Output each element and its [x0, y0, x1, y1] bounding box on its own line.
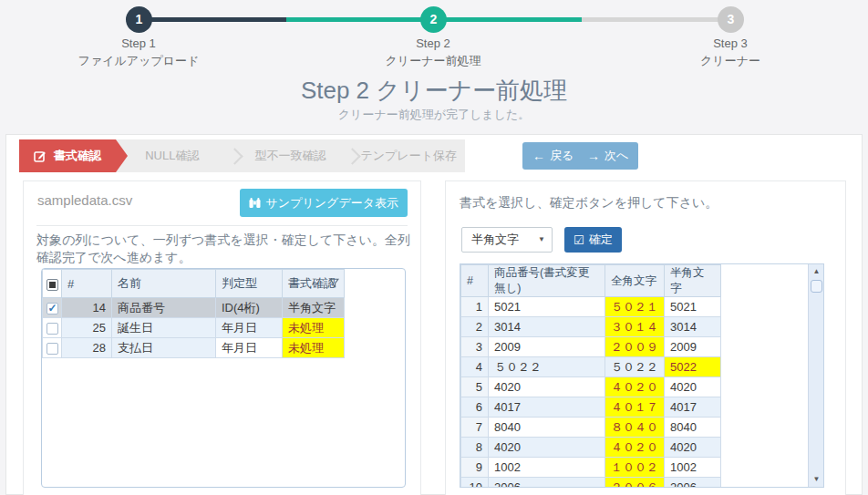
- col-header-original: 商品番号(書式変更無し): [489, 265, 605, 297]
- cell-zenkaku: ５０２２: [605, 357, 665, 377]
- format-select-dropdown[interactable]: 半角文字 ▼: [461, 227, 553, 253]
- column-table-header-row: # 名前 判定型 書式確認: [43, 270, 345, 298]
- table-row[interactable]: 5 4020 ４０２０ 4020: [461, 377, 721, 397]
- check-square-icon: ☑: [574, 233, 584, 247]
- cell-num: 28: [62, 338, 112, 358]
- tab-template-save[interactable]: テンプレート保存: [352, 139, 465, 172]
- page: 1 2 3 Step 1 ファイルアップロード Step 2 クリーナー前処理 …: [0, 0, 868, 495]
- step-3-title: Step 3: [630, 36, 831, 53]
- table-row[interactable]: 1 5021 ５０２１ 5021: [461, 297, 721, 317]
- table-row[interactable]: 7 8040 ８０４０ 8040: [461, 418, 721, 438]
- table-row[interactable]: 28 支払日 年月日 未処理: [43, 338, 345, 358]
- step-progress-bar: 1 2 3 Step 1 ファイルアップロード Step 2 クリーナー前処理 …: [0, 0, 868, 73]
- cell-zenkaku: ４０１７: [605, 397, 665, 418]
- table-row[interactable]: 25 誕生日 年月日 未処理: [43, 318, 345, 338]
- format-select-panel: 書式を選択し、確定ボタンを押して下さい。 半角文字 ▼ ☑ 確定 # 商品番号(…: [445, 180, 846, 495]
- table-row[interactable]: 10 2006 ２００６ 2006: [461, 478, 721, 489]
- cell-num: 25: [62, 318, 112, 338]
- cell-original: 4020: [489, 377, 605, 397]
- cell-num: 2: [461, 317, 489, 337]
- filter-icon[interactable]: [329, 278, 339, 288]
- cell-original: 8040: [489, 418, 605, 438]
- cell-num: 3: [461, 337, 489, 357]
- step-2-circle[interactable]: 2: [420, 6, 447, 33]
- cell-format: 半角文字: [283, 298, 345, 318]
- cell-num: 6: [461, 397, 489, 418]
- col-header-num: #: [62, 270, 112, 298]
- table-row[interactable]: 14 商品番号 ID(4桁) 半角文字: [43, 298, 345, 318]
- cell-zenkaku: １００２: [605, 458, 665, 478]
- step-1-title: Step 1: [38, 36, 239, 53]
- table-row[interactable]: 8 4020 ４０２０ 4020: [461, 438, 721, 458]
- table-row[interactable]: 4 ５０２２ ５０２２ 5022: [461, 357, 721, 377]
- cell-original: 3014: [489, 317, 605, 337]
- cell-type: 年月日: [216, 318, 283, 338]
- cell-num: 9: [461, 458, 489, 478]
- cell-zenkaku: ２００９: [605, 337, 665, 357]
- confirm-button[interactable]: ☑ 確定: [564, 227, 622, 253]
- vertical-scrollbar[interactable]: ▲ ▼: [808, 264, 823, 487]
- table-row[interactable]: 6 4017 ４０１７ 4017: [461, 397, 721, 418]
- right-instruction-text: 書式を選択し、確定ボタンを押して下さい。: [460, 195, 833, 211]
- cell-zenkaku: ４０２０: [605, 438, 665, 458]
- cell-num: 14: [62, 298, 112, 318]
- row-checkbox[interactable]: [46, 343, 58, 355]
- col-header-num: #: [461, 265, 489, 297]
- tab-format-check[interactable]: 書式確認: [19, 139, 116, 172]
- preview-table: # 商品番号(書式変更無し) 全角文字 半角文字 1 5021 ５０２１ 502…: [460, 264, 721, 488]
- cell-name: 支払日: [112, 338, 216, 358]
- cell-original: ５０２２: [489, 357, 605, 377]
- sub-step-tabbar: 書式確認 NULL確認 型不一致確認 テンプレート保存: [19, 139, 465, 172]
- sampling-data-button[interactable]: サンプリングデータ表示: [240, 189, 408, 217]
- scroll-up-icon[interactable]: ▲: [809, 264, 824, 279]
- cell-original: 2009: [489, 337, 605, 357]
- cell-hankaku: 3014: [665, 317, 721, 337]
- col-header-format: 書式確認: [283, 270, 345, 298]
- cell-hankaku: 4020: [665, 377, 721, 397]
- column-grid: # 名前 判定型 書式確認 14 商品番号 ID(4桁) 半角文字: [41, 268, 406, 488]
- next-button[interactable]: → 次へ: [577, 142, 638, 170]
- step-3-subtitle: クリーナー: [630, 53, 831, 70]
- column-table: # 名前 判定型 書式確認 14 商品番号 ID(4桁) 半角文字: [42, 269, 345, 358]
- cell-num: 8: [461, 438, 489, 458]
- wizard-content-container: 書式確認 NULL確認 型不一致確認 テンプレート保存 ← 戻る → 次へ sa…: [5, 134, 863, 495]
- table-row[interactable]: 3 2009 ２００９ 2009: [461, 337, 721, 357]
- cell-type: 年月日: [216, 338, 283, 358]
- cell-hankaku: 5021: [665, 297, 721, 317]
- sampling-data-button-label: サンプリングデータ表示: [266, 195, 398, 211]
- table-row[interactable]: 9 1002 １００２ 1002: [461, 458, 721, 478]
- chevron-down-icon: ▼: [538, 228, 545, 252]
- cell-original: 1002: [489, 458, 605, 478]
- cell-num: 5: [461, 377, 489, 397]
- tab-type-mismatch[interactable]: 型不一致確認: [234, 139, 347, 172]
- table-row[interactable]: 2 3014 ３０１４ 3014: [461, 317, 721, 337]
- preview-table-header-row: # 商品番号(書式変更無し) 全角文字 半角文字: [461, 265, 721, 297]
- connector-pending: [582, 17, 730, 22]
- scroll-down-icon[interactable]: ▼: [809, 472, 824, 487]
- cell-hankaku: 2006: [665, 478, 721, 489]
- filename-label: sampledata.csv: [37, 192, 132, 208]
- cell-name: 誕生日: [112, 318, 216, 338]
- page-title: Step 2 クリーナー前処理: [0, 75, 868, 107]
- scrollbar-thumb[interactable]: [811, 280, 822, 293]
- tab-null-check[interactable]: NULL確認: [116, 139, 229, 172]
- row-checkbox[interactable]: [46, 323, 58, 335]
- cell-zenkaku: ５０２１: [605, 297, 665, 317]
- cell-zenkaku: ８０４０: [605, 418, 665, 438]
- arrow-left-icon: ←: [532, 149, 545, 163]
- step-2-label: Step 2 クリーナー前処理: [333, 36, 533, 70]
- col-header-type: 判定型: [216, 270, 283, 298]
- cell-hankaku: 1002: [665, 458, 721, 478]
- cell-original: 5021: [489, 297, 605, 317]
- row-checkbox[interactable]: [46, 303, 58, 315]
- step-1-circle[interactable]: 1: [126, 6, 152, 33]
- cell-hankaku: 5022: [665, 357, 721, 377]
- binoculars-icon: [249, 197, 261, 209]
- tab-format-check-label: 書式確認: [54, 148, 101, 164]
- cell-zenkaku: ４０２０: [605, 377, 665, 397]
- col-header-name: 名前: [112, 270, 216, 298]
- cell-zenkaku: ２００６: [605, 478, 665, 489]
- cell-hankaku: 4020: [665, 438, 721, 458]
- select-all-checkbox[interactable]: [46, 279, 58, 291]
- back-button[interactable]: ← 戻る: [522, 142, 584, 170]
